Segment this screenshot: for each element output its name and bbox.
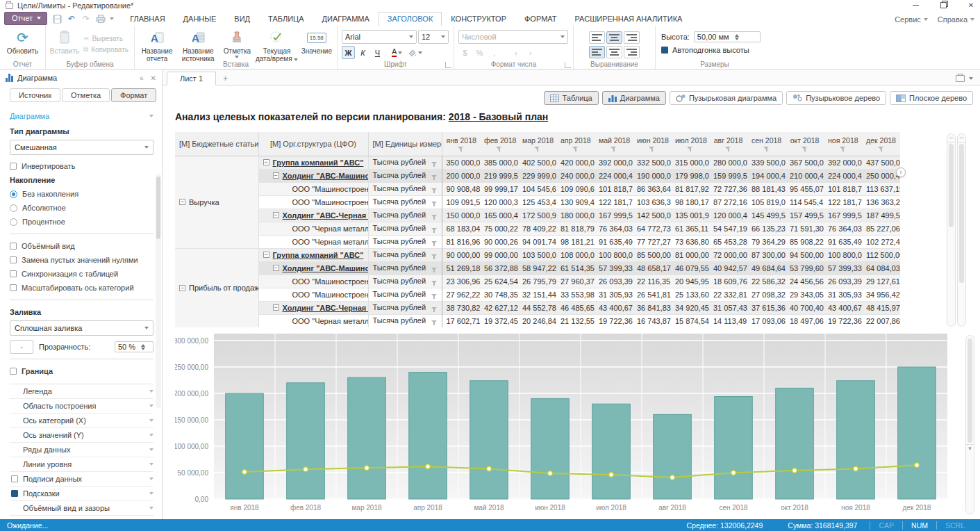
value-cell[interactable]: 120 000,48 [709,209,747,222]
bar[interactable] [837,381,875,499]
value-cell[interactable]: 29 343,05 [786,288,824,301]
value-cell[interactable]: 21 132,55 [556,314,595,327]
value-cell[interactable]: 172 500,96 [518,209,556,222]
month-header[interactable]: июн 2018 [633,132,671,156]
value-cell[interactable]: 64 772,73 [633,222,671,235]
month-header[interactable]: май 2018 [595,132,633,156]
number-format-select[interactable]: Числовой [458,30,568,44]
bar[interactable] [348,377,386,499]
bar[interactable] [531,399,570,499]
bar[interactable] [409,373,447,499]
filter-funnel-icon[interactable] [431,188,438,193]
org-structure-cell[interactable]: −Холдинг "АВС-Машиностроение" [258,261,368,275]
org-name-link[interactable]: Группа компаний "АВС" [273,251,364,259]
value-cell[interactable]: 30 748,35 [480,288,518,301]
org-structure-cell[interactable]: ООО "Машиностроение-1" [258,182,368,195]
view-button-bubbletree[interactable]: Пузырьковое дерево [786,91,886,105]
panel-section-объёмный-вид-и-зазоры[interactable]: Объёмный вид и зазоры [10,501,153,516]
org-structure-cell[interactable]: ООО "Черная металлургия-1" [258,222,368,235]
value-cell[interactable]: 26 093,39 [824,275,862,288]
value-cell[interactable]: 57 399,33 [824,261,862,275]
value-cell[interactable]: 25 624,54 [480,275,518,288]
value-cell[interactable]: 102 272,47 [862,235,900,248]
value-cell[interactable]: 280 000,00 [709,156,747,169]
height-input[interactable]: 50,00 мм [694,31,761,42]
value-cell[interactable]: 27 960,37 [556,275,595,288]
value-cell[interactable]: 91 635,49 [595,235,633,248]
value-cell[interactable]: 34 956,42 [862,288,900,301]
value-cell[interactable]: 65 453,28 [709,235,747,248]
datetime-button[interactable]: Текущая дата/время [255,27,299,63]
org-name-link[interactable]: Холдинг "АВС-Машиностроение" [283,172,369,180]
filter-funnel-icon[interactable] [431,307,438,312]
value-cell[interactable]: 167 999,52 [824,209,862,222]
value-cell[interactable]: 56 372,88 [480,261,518,275]
filter-funnel-icon[interactable] [431,201,438,206]
value-cell[interactable]: 315 000,00 [671,156,709,169]
filter-funnel-icon[interactable] [611,146,617,152]
value-cell[interactable]: 43 400,67 [595,301,633,314]
page-setup-icon[interactable] [956,75,965,82]
value-cell[interactable]: 40 700,40 [786,301,824,314]
panel-section-линии-уровня[interactable]: Линии уровня [10,457,153,472]
ribbon-tab-формат[interactable]: ФОРМАТ [515,12,566,26]
org-structure-cell[interactable]: ООО "Черная металлургия-1" [258,314,368,327]
value-cell[interactable]: 180 000,00 [556,209,595,222]
value-cell[interactable]: 81 817,92 [671,182,709,195]
value-cell[interactable]: 165 000,48 [480,209,518,222]
value-cell[interactable]: 104 545,63 [518,182,556,195]
decrease-decimal-button[interactable]: ‹ [509,46,522,59]
value-cell[interactable]: 250 000,48 [862,169,900,182]
bar[interactable] [898,367,936,499]
value-cell[interactable]: 91 635,49 [824,235,862,248]
value-cell[interactable]: 114 545,41 [786,195,824,209]
value-cell[interactable]: 26 795,79 [518,275,556,288]
line-marker[interactable] [792,468,797,473]
unit-cell[interactable]: Тысяча рублей [368,182,442,195]
value-cell[interactable]: 159 999,52 [709,169,747,182]
value-cell[interactable]: 87 272,16 [709,195,747,209]
value-cell[interactable]: 402 500,00 [518,156,556,169]
font-size-select[interactable]: 12 [418,30,449,44]
value-cell[interactable]: 385 000,00 [480,156,518,169]
fill-color-button[interactable] [406,46,424,59]
value-cell[interactable]: 105 819,05 [747,195,786,209]
filter-funnel-icon[interactable] [572,146,579,152]
value-cell[interactable]: 224 000,48 [824,169,862,182]
value-cell[interactable]: 46 079,55 [671,261,709,275]
value-cell[interactable]: 76 364,03 [595,222,633,235]
ribbon-tab-главная[interactable]: ГЛАВНАЯ [121,12,174,26]
value-cell[interactable]: 210 000,48 [786,169,824,182]
value-cell[interactable]: 81 818,79 [556,222,595,235]
chart-scrollbar[interactable]: ▾ [965,335,974,514]
panel-tab-источник[interactable]: Источник [10,88,60,102]
border-checkbox[interactable] [10,368,17,375]
panel-section-легенда[interactable]: Легенда [10,384,153,399]
value-cell[interactable]: 18 609,76 [709,275,747,288]
value-cell[interactable]: 57 399,33 [595,261,633,275]
bar[interactable] [470,381,508,499]
filter-funnel-icon[interactable] [431,320,438,325]
redo-button[interactable]: ↷ [81,14,92,24]
value-cell[interactable]: 240 000,00 [556,169,595,182]
filter-funnel-icon[interactable] [534,146,540,152]
line-marker[interactable] [304,467,308,472]
align-center-button[interactable] [606,46,622,58]
unit-cell[interactable]: Тысяча рублей [368,235,442,248]
filter-funnel-icon[interactable] [431,214,438,220]
unit-cell[interactable]: Тысяча рублей [368,288,442,301]
value-cell[interactable]: 61 514,35 [556,261,595,275]
value-cell[interactable]: 437 500,00 [862,156,900,169]
align-bottom-button[interactable] [624,31,640,44]
service-menu[interactable]: Сервис [895,15,928,24]
value-cell[interactable]: 75 000,22 [480,222,518,235]
filter-funnel-icon[interactable] [431,293,438,299]
filter-funnel-icon[interactable] [431,174,438,180]
line-marker[interactable] [548,471,553,476]
collapse-icon[interactable]: − [273,304,279,311]
value-cell[interactable]: 103 636,36 [633,195,671,209]
percent-format-button[interactable]: % [473,46,486,59]
ribbon-tab-расширенная аналитика[interactable]: РАСШИРЕННАЯ АНАЛИТИКА [566,12,692,26]
filter-funnel-icon[interactable] [431,227,438,233]
unit-cell[interactable]: Тысяча рублей [368,261,442,275]
